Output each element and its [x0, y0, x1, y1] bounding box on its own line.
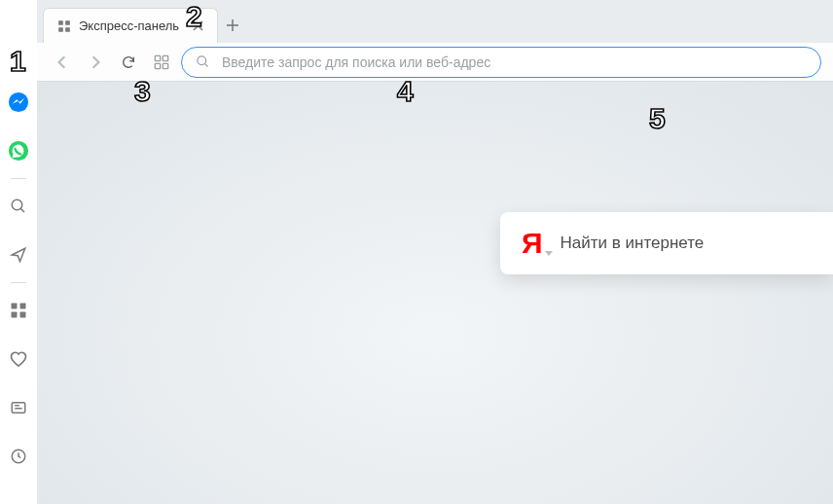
- svg-rect-23: [155, 55, 160, 60]
- messenger-icon[interactable]: [8, 91, 29, 113]
- speed-dial-sidebar-icon[interactable]: [8, 300, 29, 321]
- snapshot-icon[interactable]: [8, 397, 29, 418]
- svg-rect-17: [58, 27, 63, 32]
- svg-rect-16: [65, 20, 70, 25]
- sidebar: [0, 0, 37, 504]
- address-input[interactable]: [220, 54, 807, 71]
- speed-dial-tab-icon: [57, 19, 71, 33]
- svg-line-28: [204, 63, 207, 66]
- search-sidebar-icon[interactable]: [8, 196, 29, 217]
- svg-rect-8: [20, 304, 26, 309]
- toolbar: [37, 43, 833, 82]
- tab-strip: Экспресс-панель: [37, 0, 833, 44]
- svg-point-27: [198, 56, 206, 65]
- tab-speed-dial[interactable]: Экспресс-панель: [43, 8, 218, 43]
- svg-rect-24: [163, 55, 167, 60]
- address-bar[interactable]: [181, 47, 821, 78]
- new-tab-button[interactable]: [218, 8, 247, 43]
- svg-rect-10: [20, 312, 26, 318]
- yandex-search-placeholder: Найти в интернете: [561, 234, 705, 253]
- sidebar-separator: [11, 282, 26, 283]
- speed-dial-toolbar-icon[interactable]: [148, 49, 175, 76]
- sidebar-separator: [11, 178, 26, 179]
- yandex-logo-icon: Я: [522, 227, 543, 260]
- svg-rect-15: [58, 20, 63, 25]
- yandex-search-card[interactable]: Я Найти в интернете: [500, 212, 833, 274]
- svg-rect-18: [65, 27, 70, 32]
- svg-rect-25: [155, 63, 160, 68]
- history-icon[interactable]: [8, 446, 29, 467]
- svg-rect-9: [12, 312, 18, 318]
- svg-rect-7: [12, 304, 18, 309]
- back-button[interactable]: [49, 49, 76, 76]
- tab-title: Экспресс-панель: [79, 18, 179, 33]
- bookmarks-icon[interactable]: [8, 348, 29, 370]
- whatsapp-icon[interactable]: [8, 140, 29, 162]
- forward-button[interactable]: [82, 49, 109, 76]
- search-icon: [196, 54, 210, 69]
- svg-point-5: [12, 199, 22, 210]
- close-tab-icon[interactable]: [193, 20, 203, 31]
- personal-news-icon[interactable]: [8, 244, 29, 266]
- reload-button[interactable]: [115, 49, 142, 76]
- svg-line-6: [20, 208, 24, 212]
- svg-rect-26: [163, 63, 167, 68]
- speed-dial-content: Я Найти в интернете: [37, 82, 833, 504]
